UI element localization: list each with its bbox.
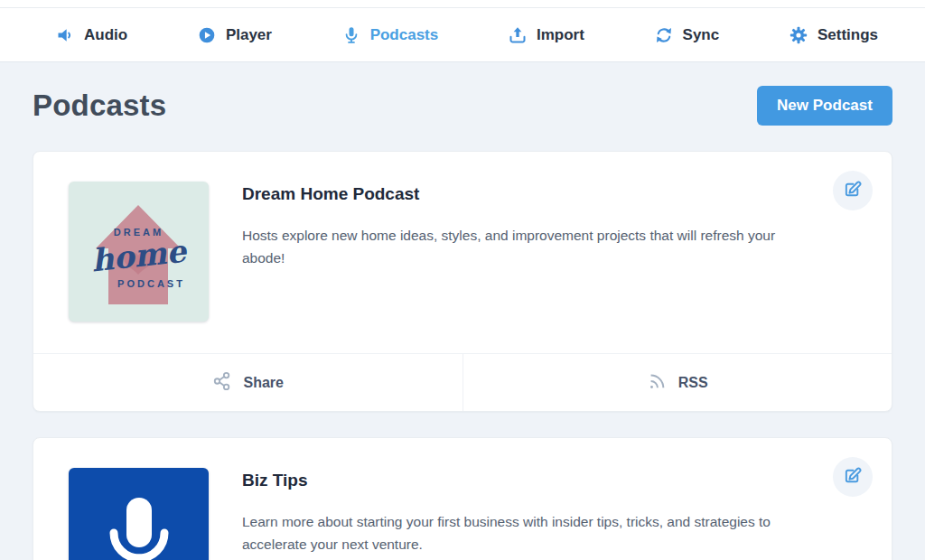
edit-podcast-button[interactable] — [833, 171, 873, 210]
rss-label: RSS — [678, 375, 708, 391]
nav-label: Import — [537, 26, 584, 44]
podcast-description: Hosts explore new home ideas, styles, an… — [242, 224, 793, 269]
podcast-card-dream-home: DREAM home PODCAST Dream Home Podcast Ho… — [33, 151, 892, 412]
upload-icon — [509, 26, 527, 44]
nav-label: Podcasts — [370, 26, 439, 44]
podcast-card-biz-tips: Biz Tips Learn more about starting your … — [33, 437, 892, 560]
main-navigation: Audio Player Podcasts Import Sync Settin… — [0, 7, 925, 62]
podcasts-page: Podcasts New Podcast DREAM home PODCAST … — [0, 86, 925, 560]
share-button[interactable]: Share — [33, 354, 462, 411]
share-label: Share — [244, 375, 284, 391]
play-circle-icon — [198, 26, 216, 44]
nav-item-sync[interactable]: Sync — [655, 26, 720, 44]
window-top-strip — [0, 0, 925, 7]
podcast-info: Dream Home Podcast Hosts explore new hom… — [242, 182, 856, 322]
nav-label: Settings — [818, 26, 878, 44]
edit-icon — [843, 180, 863, 202]
nav-label: Player — [226, 26, 272, 44]
nav-item-podcasts[interactable]: Podcasts — [342, 26, 439, 44]
page-header: Podcasts New Podcast — [33, 86, 892, 126]
nav-item-import[interactable]: Import — [509, 26, 584, 44]
speaker-icon — [56, 26, 74, 44]
podcast-artwork-dream-home: DREAM home PODCAST — [69, 182, 209, 322]
podcast-title: Biz Tips — [242, 471, 793, 490]
rss-button[interactable]: RSS — [462, 354, 892, 411]
nav-label: Audio — [84, 26, 127, 44]
rss-icon — [647, 371, 667, 395]
nav-item-settings[interactable]: Settings — [790, 26, 878, 44]
sync-icon — [655, 26, 673, 44]
page-title: Podcasts — [33, 89, 166, 123]
podcast-artwork-biz-tips — [69, 468, 209, 560]
artwork-word-podcast: PODCAST — [81, 278, 209, 289]
nav-item-audio[interactable]: Audio — [56, 26, 127, 44]
card-body: DREAM home PODCAST Dream Home Podcast Ho… — [33, 152, 892, 353]
edit-icon — [843, 466, 863, 489]
microphone-graphic — [69, 468, 209, 560]
nav-label: Sync — [683, 26, 720, 44]
podcast-description: Learn more about starting your first bus… — [242, 510, 793, 555]
card-body: Biz Tips Learn more about starting your … — [33, 438, 892, 560]
share-icon — [212, 371, 232, 395]
gear-icon — [790, 26, 808, 44]
edit-podcast-button[interactable] — [833, 457, 873, 497]
microphone-icon — [342, 26, 360, 44]
new-podcast-button[interactable]: New Podcast — [757, 86, 892, 126]
podcast-info: Biz Tips Learn more about starting your … — [242, 468, 856, 560]
nav-item-player[interactable]: Player — [198, 26, 272, 44]
podcast-title: Dream Home Podcast — [242, 184, 793, 204]
card-actions: Share RSS — [33, 353, 892, 411]
